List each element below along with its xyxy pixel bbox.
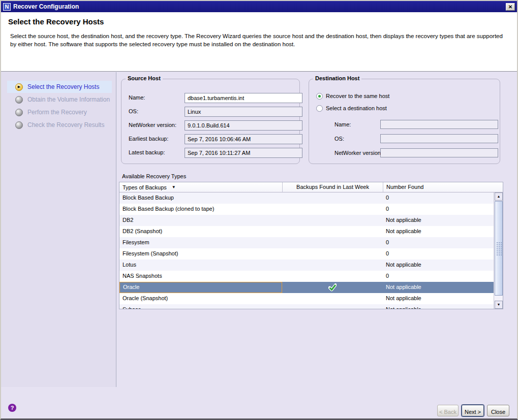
- cell-backup-type: Block Based Backup (cloned to tape): [119, 204, 282, 215]
- table-header-row: Types of Backups ▼ Backups Found in Last…: [119, 182, 503, 192]
- source-os-label: OS:: [129, 108, 138, 114]
- table-row[interactable]: Oracle (Snapshot) Not applicable: [119, 293, 495, 304]
- pending-step-icon: [15, 109, 23, 116]
- cell-backup-type: Filesystem (Snapshot): [119, 248, 282, 260]
- wizard-header: Select the Recovery Hosts Select the sou…: [1, 12, 517, 72]
- networker-app-icon: N: [3, 3, 11, 11]
- close-button[interactable]: Close: [487, 405, 509, 416]
- cell-backup-type: Oracle (Snapshot): [119, 293, 282, 304]
- cell-number-found: Not applicable: [383, 282, 495, 293]
- step-check-recovery-results[interactable]: Check the Recovery Results: [7, 119, 112, 131]
- cell-found-last-week: [282, 204, 383, 215]
- page-title: Select the Recovery Hosts: [8, 17, 510, 26]
- column-header-types-of-backups[interactable]: Types of Backups ▼: [119, 182, 282, 192]
- cell-backup-type-focused: Oracle: [119, 282, 282, 293]
- cell-number-found: Not applicable: [383, 226, 495, 237]
- radio-selected-icon: [316, 93, 323, 100]
- source-os-field: [185, 107, 302, 117]
- table-row[interactable]: NAS Snapshots 0: [119, 271, 495, 282]
- next-button[interactable]: Next >: [462, 405, 484, 416]
- cell-backup-type: DB2: [119, 215, 282, 226]
- destination-host-group: Destination Host Recover to the same hos…: [309, 79, 500, 164]
- source-host-legend: Source Host: [126, 75, 163, 81]
- step-obtain-volume-information[interactable]: Obtain the Volume Information: [7, 93, 112, 106]
- table-row[interactable]: Filesystem (Snapshot) 0: [119, 248, 495, 260]
- scrollbar-thumb[interactable]: [495, 201, 503, 296]
- dest-networker-version-label: NetWorker version:: [334, 150, 382, 156]
- dest-name-field: [380, 120, 498, 129]
- column-header-backups-found[interactable]: Backups Found in Last Week: [282, 182, 383, 192]
- cell-backup-type: NAS Snapshots: [119, 271, 282, 282]
- back-button[interactable]: < Back: [437, 405, 459, 416]
- cell-backup-type: Filesystem: [119, 237, 282, 248]
- cell-found-last-week: [282, 260, 383, 271]
- titlebar[interactable]: N Recover Configuration ✕: [1, 1, 517, 12]
- close-icon[interactable]: ✕: [506, 3, 515, 11]
- source-networker-version-field: [185, 120, 302, 131]
- cell-number-found: Not applicable: [383, 260, 495, 271]
- step-label: Check the Recovery Results: [27, 121, 104, 128]
- scroll-down-icon[interactable]: ▼: [495, 301, 503, 309]
- cell-number-found: 0: [383, 204, 495, 215]
- step-select-recovery-hosts[interactable]: ▶ Select the Recovery Hosts: [7, 81, 112, 93]
- cell-number-found: Not applicable: [383, 293, 495, 304]
- latest-backup-label: Latest backup:: [129, 149, 165, 155]
- source-name-label: Name:: [129, 94, 145, 101]
- cell-found-last-week: [282, 282, 383, 293]
- radio-unselected-icon: [316, 105, 323, 112]
- cell-backup-type: Block Based Backup: [119, 192, 282, 204]
- help-icon[interactable]: ?: [8, 404, 16, 412]
- step-perform-recovery[interactable]: Perform the Recovery: [7, 106, 112, 118]
- destination-host-legend: Destination Host: [313, 75, 361, 81]
- scroll-up-icon[interactable]: ▲: [495, 192, 503, 201]
- backup-found-check-icon: [328, 283, 337, 292]
- cell-number-found: Not applicable: [383, 304, 495, 309]
- cell-number-found: 0: [383, 192, 495, 204]
- window-title: Recover Configuration: [13, 3, 506, 10]
- active-step-icon: ▶: [15, 83, 23, 91]
- latest-backup-field: [185, 148, 302, 158]
- cell-found-last-week: [282, 215, 383, 226]
- table-vertical-scrollbar[interactable]: ▲ ▼: [494, 192, 503, 309]
- table-row[interactable]: Block Based Backup 0: [119, 192, 495, 204]
- source-host-group: Source Host Name: OS: NetWorker version:…: [121, 79, 300, 164]
- dest-networker-version-field: [380, 148, 498, 157]
- source-networker-version-label: NetWorker version:: [129, 122, 176, 128]
- table-row[interactable]: Filesystem 0: [119, 237, 495, 248]
- table-row[interactable]: Block Based Backup (cloned to tape) 0: [119, 204, 495, 215]
- cell-backup-type: DB2 (Snapshot): [119, 226, 282, 237]
- step-label: Obtain the Volume Information: [27, 96, 110, 103]
- table-row[interactable]: DB2 Not applicable: [119, 215, 495, 226]
- page-description: Select the source host, the destination …: [8, 32, 510, 48]
- cell-backup-type: Lotus: [119, 260, 282, 271]
- dest-os-field: [380, 134, 498, 143]
- recovery-types-table: Types of Backups ▼ Backups Found in Last…: [119, 182, 503, 309]
- dest-name-label: Name:: [334, 121, 351, 127]
- pending-step-icon: [15, 121, 23, 129]
- select-destination-host-radio[interactable]: Select a destination host: [316, 104, 387, 112]
- table-row[interactable]: Lotus Not applicable: [119, 260, 495, 271]
- cell-found-last-week: [282, 293, 383, 304]
- cell-found-last-week: [282, 248, 383, 260]
- pending-step-icon: [15, 96, 23, 104]
- earliest-backup-label: Earliest backup:: [129, 136, 168, 142]
- cell-found-last-week: [282, 226, 383, 237]
- cell-backup-type: Sybase: [119, 304, 282, 309]
- earliest-backup-field: [185, 134, 302, 144]
- recover-configuration-dialog: N Recover Configuration ✕ Select the Rec…: [0, 0, 518, 420]
- cell-found-last-week: [282, 192, 383, 204]
- source-name-input[interactable]: [185, 93, 302, 103]
- table-row-clipped[interactable]: Sybase Not applicable: [119, 304, 495, 309]
- sort-desc-icon: ▼: [172, 185, 176, 189]
- cell-number-found: 0: [383, 271, 495, 282]
- cell-found-last-week: [282, 304, 383, 309]
- cell-number-found: 0: [383, 237, 495, 248]
- recover-same-host-radio[interactable]: Recover to the same host: [316, 92, 389, 100]
- table-row-selected-oracle[interactable]: Oracle Not applicable: [119, 282, 495, 293]
- column-header-number-found[interactable]: Number Found: [383, 182, 495, 192]
- table-row[interactable]: DB2 (Snapshot) Not applicable: [119, 226, 495, 237]
- cell-found-last-week: [282, 237, 383, 248]
- recovery-types-caption: Available Recovery Types: [122, 173, 186, 179]
- step-label: Perform the Recovery: [27, 109, 87, 116]
- cell-found-last-week: [282, 271, 383, 282]
